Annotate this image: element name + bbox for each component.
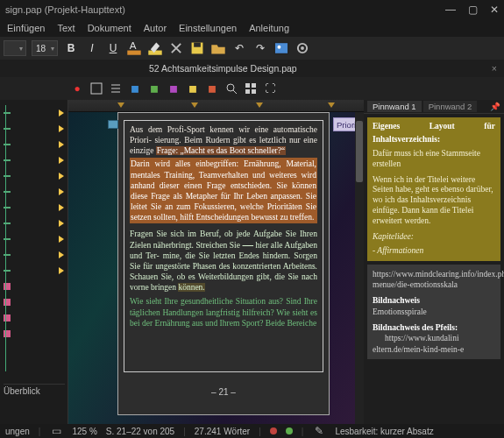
menu-settings[interactable]: Einstellungen (179, 23, 237, 33)
outline-item[interactable] (0, 137, 67, 152)
outline-item[interactable] (0, 215, 67, 231)
text-frame[interactable]: Aus dem Profi-Sport kennen wir eine auto… (124, 120, 323, 372)
fit-icon[interactable]: ⛶ (263, 81, 277, 95)
outline-item[interactable] (0, 184, 67, 200)
zoom-level[interactable]: 125 % (72, 427, 96, 436)
gear-button[interactable] (295, 40, 310, 56)
ruler[interactable] (68, 100, 364, 112)
pinboard-tab-2[interactable]: Pinnwand 2 (423, 101, 478, 112)
document-tab-close[interactable]: × (492, 63, 497, 74)
outline-item[interactable] (0, 105, 67, 121)
folder-button[interactable] (210, 40, 226, 56)
highlight-button[interactable] (147, 40, 163, 56)
svg-rect-12 (252, 83, 256, 88)
outline-item[interactable] (0, 152, 67, 168)
outline-item[interactable] (0, 247, 67, 263)
pinboard-note[interactable]: Eigenes Layout für Inhaltsverzeichnis: D… (367, 117, 500, 261)
grid-icon[interactable] (244, 81, 258, 95)
maximize-button[interactable]: ▢ (468, 4, 478, 16)
ruler-marker[interactable] (328, 102, 335, 108)
outline-item[interactable] (0, 294, 67, 310)
body-text-highlight[interactable]: Frage: „Macht es das Boot schneller?“ (156, 146, 286, 155)
page-position: S. 21–22 von 205 (106, 427, 174, 436)
outline-item[interactable] (0, 263, 67, 279)
page-surface: Aus dem Profi-Sport kennen wir eine auto… (68, 112, 364, 424)
word-count: 27.241 Wörter (195, 427, 250, 436)
redo-button[interactable]: ↷ (252, 40, 268, 56)
close-button[interactable]: ✕ (490, 4, 499, 16)
outline-item[interactable] (0, 326, 67, 342)
outline-panel: Überblick (0, 100, 68, 424)
main-area: Überblick Aus dem Profi-Sport kennen wir… (0, 100, 504, 424)
underline-button[interactable]: U (105, 40, 121, 56)
body-text-faded[interactable]: Wie sieht Ihre gesundheitliche Situation… (130, 296, 317, 328)
style-dropdown[interactable] (4, 40, 26, 56)
note-purple-icon[interactable]: ◼ (167, 81, 181, 95)
app-title: sign.pap (Projekt-Haupttext) (5, 4, 125, 15)
svg-point-6 (278, 46, 281, 49)
svg-point-10 (227, 84, 234, 91)
note-green-icon[interactable]: ◼ (147, 81, 161, 95)
note-orange-icon[interactable]: ◼ (205, 81, 219, 95)
list-icon[interactable] (109, 81, 123, 95)
document-tab[interactable]: 52 Achtsamkeitsimpulse Design.pap (149, 63, 297, 74)
image-button[interactable] (273, 40, 289, 56)
page-view-icon[interactable]: ▭ (49, 424, 63, 438)
page[interactable]: Aus dem Profi-Sport kennen wir eine auto… (117, 112, 330, 415)
search-icon[interactable] (224, 81, 238, 95)
svg-rect-5 (274, 43, 287, 54)
body-text[interactable]: können. (178, 283, 204, 292)
menu-document[interactable]: Dokument (88, 23, 131, 33)
svg-text:A: A (130, 40, 137, 51)
ruler-marker[interactable] (256, 102, 263, 108)
outline-item[interactable] (0, 121, 67, 137)
save-button[interactable] (189, 40, 205, 56)
pinboard-tab-1[interactable]: Pinnwand 1 (367, 101, 422, 112)
vertical-scrollbar[interactable] (355, 112, 364, 424)
status-dot-red (270, 427, 277, 434)
svg-rect-9 (91, 83, 102, 94)
pin-icon[interactable]: 📌 (490, 102, 500, 111)
overview-label[interactable]: Überblick (4, 384, 65, 396)
svg-rect-11 (245, 83, 250, 88)
svg-point-8 (301, 46, 304, 50)
body-text-boxed[interactable]: Darin wird alles einbegriffen: Ernährung… (130, 158, 317, 223)
undo-button[interactable]: ↶ (231, 40, 247, 56)
outline-item[interactable] (0, 168, 67, 184)
outline-item[interactable] (0, 310, 67, 326)
note-blue-icon[interactable]: ◼ (128, 81, 142, 95)
document-tab-row: 52 Achtsamkeitsimpulse Design.pap × (0, 60, 504, 77)
menu-author[interactable]: Autor (144, 23, 167, 33)
outline-item[interactable] (0, 231, 67, 247)
minimize-button[interactable]: — (445, 4, 456, 16)
status-text: ungen (5, 427, 30, 436)
pinboard-note[interactable]: https://www.mindclearing.info/index.php/… (367, 265, 500, 359)
svg-rect-4 (194, 43, 201, 47)
svg-rect-14 (252, 89, 256, 94)
pinboard-panel: Pinnwand 1 Pinnwand 2 📌 Eigenes Layout f… (364, 100, 504, 424)
statusbar: ungen | ▭ 125 % S. 21–22 von 205 | 27.24… (0, 424, 504, 438)
textframe-link-icon[interactable] (108, 120, 118, 129)
svg-rect-13 (245, 89, 250, 94)
outline-item[interactable] (0, 279, 67, 294)
status-dot-green (286, 427, 293, 434)
menubar: Einfügen Text Dokument Autor Einstellung… (0, 19, 504, 37)
toolbar-format: 18 B I U A ↶ ↷ (0, 37, 504, 60)
readability-icon[interactable]: ✎ (312, 424, 326, 438)
toolbar-secondary: ● ◼ ◼ ◼ ◼ ◼ ⛶ (0, 77, 504, 100)
readability-label: Lesbarkeit: kurzer Absatz (335, 427, 433, 436)
menu-help[interactable]: Anleitung (249, 23, 289, 33)
italic-button[interactable]: I (84, 40, 100, 56)
outline-item[interactable] (0, 200, 67, 215)
record-icon[interactable]: ● (70, 81, 84, 95)
ruler-marker[interactable] (117, 102, 124, 108)
ruler-marker[interactable] (191, 102, 198, 108)
menu-text[interactable]: Text (57, 23, 75, 33)
bold-button[interactable]: B (63, 40, 79, 56)
frame-icon[interactable] (89, 81, 103, 95)
fontsize-dropdown[interactable]: 18 (32, 40, 58, 56)
menu-insert[interactable]: Einfügen (7, 23, 45, 33)
note-yellow-icon[interactable]: ◼ (186, 81, 200, 95)
clear-format-button[interactable] (168, 40, 184, 56)
color-button[interactable]: A (126, 40, 142, 56)
